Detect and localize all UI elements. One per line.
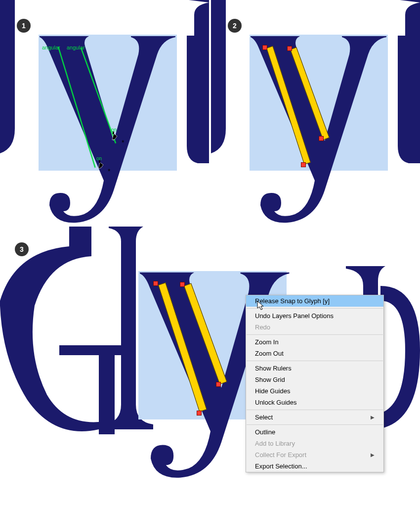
menu-separator (247, 410, 383, 410)
handle-tl-2[interactable] (262, 45, 267, 50)
menu-show-grid[interactable]: Show Grid (246, 374, 383, 385)
menu-zoom-out[interactable]: Zoom Out (246, 348, 383, 359)
menu-item-label: Collect For Export (255, 451, 306, 459)
svg-rect-1 (99, 160, 100, 163)
menu-item-label: Zoom Out (255, 350, 284, 357)
step-badge-2: 2 (228, 19, 242, 33)
pen-tool-cursor-lower (97, 160, 106, 170)
pen-tool-cursor-upper (111, 131, 120, 141)
menu-collect-for-export[interactable]: Collect For Export ▶ (246, 449, 383, 461)
angular-label-left: angular (42, 45, 60, 50)
menu-select[interactable]: Select ▶ (246, 412, 383, 423)
panel-2: 2 (211, 0, 420, 225)
menu-separator (247, 424, 383, 425)
menu-separator (247, 308, 383, 309)
handle-mr-2[interactable] (319, 136, 324, 141)
menu-export-selection[interactable]: Export Selection... (246, 461, 383, 472)
handle-tr-2[interactable] (287, 46, 292, 51)
handle-bl-3[interactable] (197, 411, 202, 416)
menu-item-label: Export Selection... (255, 463, 307, 470)
menu-show-rulers[interactable]: Show Rulers (246, 363, 383, 374)
menu-separator (247, 334, 383, 335)
handle-tl-3[interactable] (153, 281, 158, 286)
angular-label-right: angular (67, 45, 85, 50)
handle-mr-3[interactable] (216, 382, 221, 387)
menu-unlock-guides[interactable]: Unlock Guides (246, 397, 383, 408)
menu-item-label: Redo (255, 324, 270, 331)
menu-item-label: Select (255, 414, 273, 421)
panel-1: angular angular on on * * 1 (0, 0, 209, 225)
menu-item-label: Outline (255, 428, 275, 436)
menu-item-label: Show Grid (255, 376, 285, 383)
menu-undo[interactable]: Undo Layers Panel Options (246, 310, 383, 322)
menu-redo[interactable]: Redo (246, 322, 383, 333)
chevron-right-icon: ▶ (371, 452, 375, 458)
handle-tr-3[interactable] (180, 282, 185, 287)
menu-item-label: Release Snap to Glyph [y] (255, 297, 330, 305)
menu-item-label: Unlock Guides (255, 399, 297, 406)
menu-item-label: Hide Guides (255, 387, 291, 395)
menu-zoom-in[interactable]: Zoom In (246, 336, 383, 348)
menu-item-label: Undo Layers Panel Options (255, 312, 334, 320)
menu-add-to-library[interactable]: Add to Library (246, 438, 383, 449)
asterisk-lower: * (108, 167, 110, 175)
asterisk-upper: * (122, 139, 124, 146)
menu-item-label: Add to Library (255, 440, 295, 447)
handle-bl-2[interactable] (301, 162, 306, 167)
chevron-right-icon: ▶ (371, 415, 375, 420)
step-badge-3: 3 (15, 242, 29, 256)
menu-outline[interactable]: Outline (246, 426, 383, 438)
panel-3: Release Snap to Glyph [y] Undo Layers Pa… (0, 227, 420, 509)
menu-release-snap[interactable]: Release Snap to Glyph [y] (246, 295, 383, 307)
menu-hide-guides[interactable]: Hide Guides (246, 385, 383, 397)
menu-item-label: Show Rulers (255, 365, 292, 372)
menu-separator (247, 361, 383, 361)
mouse-cursor-icon (257, 301, 265, 311)
svg-rect-0 (113, 132, 114, 134)
menu-item-label: Zoom In (255, 338, 279, 346)
step-badge-1: 1 (17, 19, 31, 33)
context-menu[interactable]: Release Snap to Glyph [y] Undo Layers Pa… (246, 295, 384, 472)
